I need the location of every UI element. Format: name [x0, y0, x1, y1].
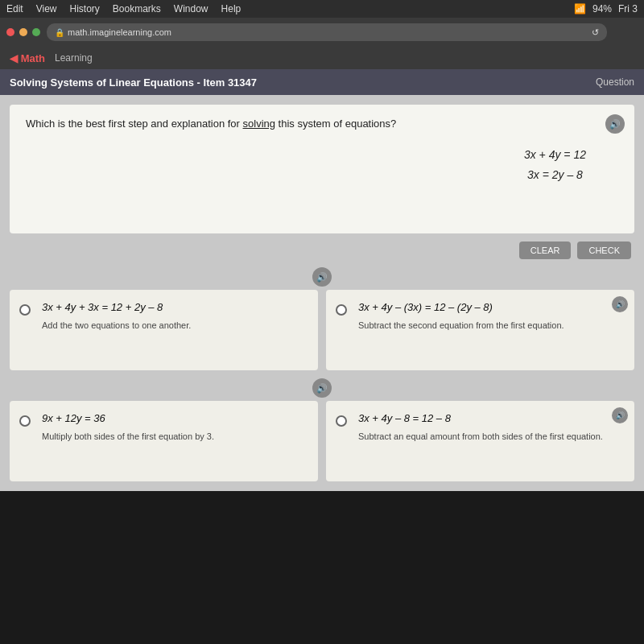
option-c-card: 9x + 12y = 36 Multiply both sides of the…: [10, 401, 318, 481]
options-row-2-container: 🔊 9x + 12y = 36 Multiply both sides of t…: [10, 378, 634, 481]
option-a-radio[interactable]: [19, 304, 31, 316]
menu-history[interactable]: History: [69, 3, 99, 14]
option-a-card: 3x + 4y + 3x = 12 + 2y – 8 Add the two e…: [10, 290, 318, 370]
options-row-1-header: 🔊 3x + 4y + 3x = 12 + 2y – 8 Add the two…: [10, 267, 634, 370]
question-audio-button[interactable]: 🔊: [605, 114, 625, 134]
menu-window[interactable]: Window: [174, 3, 208, 14]
option-d-card: 🔊 3x + 4y – 8 = 12 – 8 Subtract an equal…: [326, 401, 634, 481]
option-c-description: Multiply both sides of the first equatio…: [42, 431, 305, 443]
options-row-1: 3x + 4y + 3x = 12 + 2y – 8 Add the two e…: [10, 290, 634, 370]
site-header: ◀ Math Learning: [0, 47, 644, 69]
question-text: Which is the best first step and explana…: [26, 118, 618, 130]
option-b-formula: 3x + 4y – (3x) = 12 – (2y – 8): [358, 301, 621, 313]
battery-indicator: 94%: [592, 3, 612, 14]
equations-box: 3x + 4y = 12 3x = 2y – 8: [524, 145, 586, 185]
check-button[interactable]: CHECK: [577, 242, 631, 259]
option-d-description: Subtract an equal amount from both sides…: [358, 431, 621, 443]
url-text: math.imaginelearning.com: [68, 27, 171, 37]
page-title: Solving Systems of Linear Equations - It…: [10, 76, 257, 89]
option-b-description: Subtract the second equation from the fi…: [358, 320, 621, 332]
lock-icon: 🔒: [55, 28, 64, 37]
address-bar[interactable]: 🔒 math.imaginelearning.com ↺: [47, 23, 607, 41]
menu-bar-right: 📶 94% Fri 3: [574, 3, 638, 14]
menu-view[interactable]: View: [36, 3, 57, 14]
menu-edit[interactable]: Edit: [6, 3, 23, 14]
option-b-radio[interactable]: [336, 304, 347, 316]
option-a-formula: 3x + 4y + 3x = 12 + 2y – 8: [42, 301, 305, 313]
option-c-radio[interactable]: [19, 415, 31, 427]
question-card: 🔊 Which is the best first step and expla…: [10, 105, 634, 233]
action-buttons: CLEAR CHECK: [10, 242, 634, 259]
solving-underlined: solving: [243, 118, 275, 130]
page-title-bar: Solving Systems of Linear Equations - It…: [0, 69, 644, 95]
option-d-audio-button[interactable]: 🔊: [612, 407, 628, 423]
options-row2-audio-button[interactable]: 🔊: [312, 378, 332, 398]
question-label: Question: [596, 76, 634, 88]
equation-1: 3x + 4y = 12: [524, 145, 586, 165]
site-nav-learning[interactable]: Learning: [55, 52, 93, 64]
browser-chrome: 🔒 math.imaginelearning.com ↺: [0, 18, 644, 47]
menu-bar: Edit View History Bookmarks Window Help …: [0, 0, 644, 18]
clear-button[interactable]: CLEAR: [519, 242, 572, 259]
option-b-card: 🔊 3x + 4y – (3x) = 12 – (2y – 8) Subtrac…: [326, 290, 634, 370]
clock: Fri 3: [618, 3, 638, 14]
menu-help[interactable]: Help: [221, 3, 242, 14]
wifi-icon: 📶: [574, 3, 586, 14]
option-b-audio-button[interactable]: 🔊: [612, 296, 628, 312]
menu-bookmarks[interactable]: Bookmarks: [113, 3, 161, 14]
options-row-2: 9x + 12y = 36 Multiply both sides of the…: [10, 401, 634, 481]
options-row1-audio-button[interactable]: 🔊: [312, 267, 332, 287]
option-c-formula: 9x + 12y = 36: [42, 412, 305, 424]
option-a-description: Add the two equations to one another.: [42, 320, 305, 332]
equation-2: 3x = 2y – 8: [524, 165, 586, 185]
reload-button[interactable]: ↺: [592, 27, 599, 38]
site-logo: ◀ Math: [10, 52, 45, 64]
option-d-radio[interactable]: [336, 415, 347, 427]
content-area: 🔊 Which is the best first step and expla…: [0, 95, 644, 491]
option-d-formula: 3x + 4y – 8 = 12 – 8: [358, 412, 621, 424]
